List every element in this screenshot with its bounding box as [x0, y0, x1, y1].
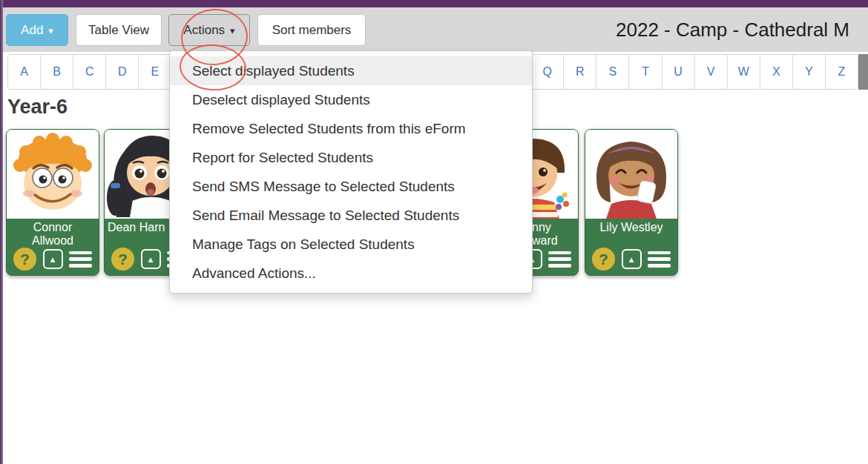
actions-menu-item[interactable]: Advanced Actions...: [170, 259, 532, 288]
student-card-actions: ? ▲: [585, 248, 677, 271]
actions-menu-item[interactable]: Deselect displayed Students: [170, 85, 532, 114]
alphabet-nav-d[interactable]: D: [106, 55, 139, 89]
alphabet-nav-a[interactable]: A: [8, 55, 41, 89]
help-icon[interactable]: ?: [592, 248, 615, 271]
actions-menu-item[interactable]: Send Email Message to Selected Students: [170, 201, 532, 230]
page-title: 2022 - Camp - Cathedral M: [616, 14, 849, 46]
student-card[interactable]: Connor Allwood ? ▲: [6, 129, 99, 276]
actions-menu-item[interactable]: Manage Tags on Selected Students: [170, 230, 532, 259]
hamburger-menu-icon[interactable]: [648, 251, 671, 268]
collapse-up-icon[interactable]: ▲: [141, 249, 161, 269]
left-accent-bar: [0, 0, 3, 464]
caret-down-icon: ▾: [48, 26, 53, 36]
hamburger-menu-icon[interactable]: [548, 251, 571, 268]
table-view-button-label: Table View: [88, 23, 149, 38]
hamburger-menu-icon[interactable]: [69, 251, 92, 268]
alphabet-nav-y[interactable]: Y: [793, 55, 826, 89]
group-heading: Year-6: [7, 96, 68, 119]
alphabet-nav-z[interactable]: Z: [826, 55, 858, 89]
student-card[interactable]: Lily Westley ? ▲: [585, 129, 678, 276]
collapse-up-icon[interactable]: ▲: [622, 249, 642, 269]
alphabet-nav-c[interactable]: C: [73, 55, 106, 89]
caret-down-icon: ▾: [230, 26, 235, 36]
add-button-label: Add: [21, 23, 43, 38]
collapse-up-icon[interactable]: ▲: [43, 249, 63, 269]
toolbar: Add ▾ Table View Actions ▾ Sort members …: [0, 7, 868, 52]
alphabet-nav-r[interactable]: R: [564, 55, 596, 89]
student-name-line1: Lily Westley: [585, 221, 677, 234]
help-icon[interactable]: ?: [111, 248, 134, 271]
sort-members-button-label: Sort members: [272, 23, 352, 38]
alphabet-nav-t[interactable]: T: [629, 55, 662, 89]
avatar-girl-brown-bob-icon: [585, 130, 677, 219]
alphabet-nav-q[interactable]: Q: [531, 55, 564, 89]
top-accent-bar: [0, 0, 868, 7]
alphabet-nav-v[interactable]: V: [695, 55, 728, 89]
actions-dropdown-menu: Select displayed Students Deselect displ…: [169, 50, 533, 294]
alphabet-nav-w[interactable]: W: [728, 55, 760, 89]
alphabet-nav-u[interactable]: U: [662, 55, 695, 89]
add-button[interactable]: Add ▾: [6, 14, 68, 46]
actions-button-label: Actions: [183, 23, 225, 38]
student-name-line2: Allwood: [7, 234, 99, 248]
avatar-boy-orange-hair-icon: [7, 130, 99, 219]
alphabet-nav-b[interactable]: B: [41, 55, 73, 89]
student-card-actions: ? ▲: [7, 248, 99, 271]
student-avatar: [585, 130, 677, 219]
alphabet-nav-e[interactable]: E: [139, 55, 171, 89]
actions-menu-item[interactable]: Report for Selected Students: [170, 143, 532, 172]
sort-members-button[interactable]: Sort members: [257, 14, 366, 46]
actions-menu-item[interactable]: Send SMS Message to Selected Students: [170, 172, 532, 201]
actions-menu-item[interactable]: Select displayed Students: [170, 56, 532, 85]
help-icon[interactable]: ?: [13, 248, 36, 271]
app-window: Add ▾ Table View Actions ▾ Sort members …: [0, 0, 868, 464]
student-name-line1: Connor: [7, 221, 99, 234]
actions-menu-item[interactable]: Remove Selected Students from this eForm: [170, 114, 532, 143]
table-view-button[interactable]: Table View: [76, 14, 162, 46]
alphabet-nav-s[interactable]: S: [596, 55, 629, 89]
scroll-edge-strip: [858, 54, 868, 90]
student-avatar: [7, 130, 99, 219]
actions-button[interactable]: Actions ▾: [168, 14, 250, 46]
alphabet-nav-x[interactable]: X: [760, 55, 793, 89]
